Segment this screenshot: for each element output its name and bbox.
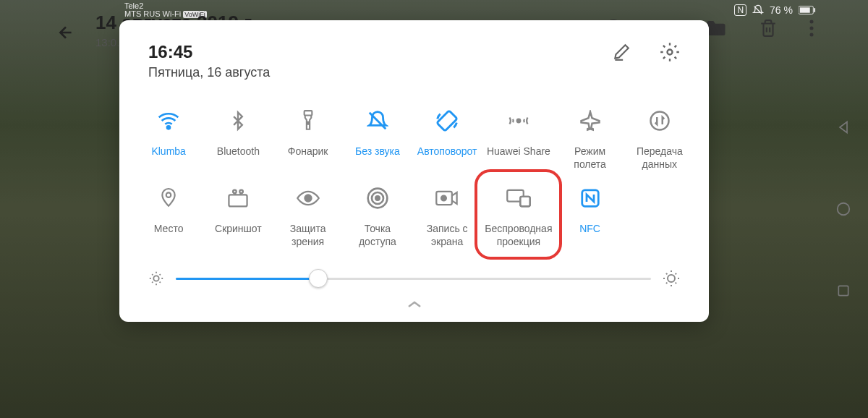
more-icon[interactable]	[809, 19, 814, 38]
back-icon[interactable]	[56, 23, 75, 42]
tile-silent[interactable]: Без звука	[343, 101, 412, 178]
tile-hotspot[interactable]: Точка доступа	[343, 178, 412, 255]
nfc-icon	[579, 187, 601, 209]
nav-recent-icon[interactable]	[836, 283, 851, 298]
edit-icon[interactable]	[612, 43, 631, 61]
svg-point-22	[234, 190, 237, 194]
panel-time: 16:45	[148, 42, 270, 62]
tile-huawei-share[interactable]: Huawei Share	[482, 101, 555, 178]
svg-rect-21	[229, 195, 247, 206]
tile-empty	[625, 178, 694, 255]
tile-label: Запись с экрана	[415, 223, 479, 248]
tile-airplane[interactable]: Режим полета	[555, 101, 624, 178]
panel-date: Пятница, 16 августа	[148, 65, 270, 80]
tiles-grid: Klumba Bluetooth Фонарик Без звука Автоп…	[119, 95, 709, 255]
bell-off-icon	[367, 109, 388, 132]
nav-back-icon[interactable]	[836, 120, 851, 135]
brightness-fill	[176, 278, 318, 280]
tile-label: Klumba	[151, 145, 185, 158]
svg-point-7	[810, 20, 814, 24]
brightness-low-icon	[148, 270, 164, 286]
cast-icon	[506, 188, 532, 208]
tile-label: Защита зрения	[276, 223, 340, 248]
svg-point-16	[307, 122, 309, 124]
svg-point-14	[167, 126, 170, 129]
tile-location[interactable]: Место	[134, 178, 203, 255]
tile-label: Передача данных	[628, 145, 692, 171]
screenrec-icon	[435, 189, 459, 208]
tile-wireless-projection[interactable]: Беспроводная проекция	[482, 178, 555, 255]
autorotate-icon	[435, 109, 459, 132]
svg-point-13	[668, 50, 673, 55]
tile-label: Без звука	[355, 145, 400, 158]
nav-home-icon[interactable]	[835, 201, 851, 217]
tile-nfc[interactable]: NFC	[555, 178, 624, 255]
trash-icon[interactable]	[759, 19, 778, 38]
svg-point-8	[810, 27, 814, 30]
tile-autorotate[interactable]: Автоповорот	[412, 101, 482, 178]
svg-point-18	[517, 119, 521, 123]
tile-screenshot[interactable]: Скриншот	[203, 178, 273, 255]
tile-label: NFC	[579, 223, 600, 236]
brightness-row	[119, 255, 709, 294]
wifi-icon	[157, 109, 180, 132]
bluetooth-icon	[228, 109, 248, 132]
data-transfer-icon	[649, 110, 671, 132]
chevron-up-icon	[406, 300, 423, 309]
brightness-thumb[interactable]	[309, 269, 328, 288]
tile-label: Huawei Share	[487, 145, 550, 158]
svg-point-19	[650, 112, 668, 130]
location-icon	[159, 187, 178, 210]
svg-point-35	[668, 275, 675, 282]
panel-header-actions	[612, 42, 680, 62]
svg-point-10	[838, 203, 850, 216]
tile-label: Место	[154, 223, 184, 236]
svg-point-29	[441, 196, 446, 201]
flashlight-icon	[299, 109, 318, 132]
tile-screenrec[interactable]: Запись с экрана	[412, 178, 482, 255]
gear-icon[interactable]	[660, 42, 680, 62]
tile-eyecomfort[interactable]: Защита зрения	[273, 178, 343, 255]
svg-rect-11	[838, 286, 848, 295]
svg-point-9	[810, 33, 814, 37]
tile-label: Автоповорот	[417, 145, 477, 158]
airplane-icon	[579, 110, 601, 132]
tile-flashlight[interactable]: Фонарик	[273, 101, 343, 178]
tile-data[interactable]: Передача данных	[625, 101, 694, 178]
svg-point-25	[375, 196, 379, 200]
hotspot-icon	[366, 187, 389, 210]
tile-label: Скриншот	[215, 223, 262, 236]
nav-bar	[822, 0, 865, 418]
svg-point-24	[305, 195, 311, 201]
quick-settings-panel: 16:45 Пятница, 16 августа Klumba Bluetoo…	[119, 20, 709, 322]
expand-chevron[interactable]	[119, 294, 709, 315]
panel-header-left: 16:45 Пятница, 16 августа	[148, 42, 270, 80]
panel-header: 16:45 Пятница, 16 августа	[119, 42, 709, 95]
eye-icon	[296, 189, 320, 207]
tile-label: Режим полета	[558, 145, 621, 171]
brightness-high-icon	[663, 270, 680, 287]
svg-point-34	[153, 276, 158, 281]
svg-rect-15	[304, 111, 312, 115]
tile-bluetooth[interactable]: Bluetooth	[203, 101, 273, 178]
huawei-share-icon	[506, 110, 531, 132]
svg-point-23	[240, 190, 244, 194]
tile-label: Фонарик	[288, 145, 328, 158]
brightness-slider[interactable]	[176, 278, 651, 280]
svg-point-20	[166, 192, 171, 197]
tile-label: Bluetooth	[217, 145, 260, 158]
tile-label: Беспроводная проекция	[485, 223, 552, 248]
screenshot-icon	[226, 188, 250, 208]
tile-wifi[interactable]: Klumba	[134, 101, 203, 178]
svg-rect-31	[520, 197, 530, 207]
tile-label: Точка доступа	[346, 223, 409, 248]
